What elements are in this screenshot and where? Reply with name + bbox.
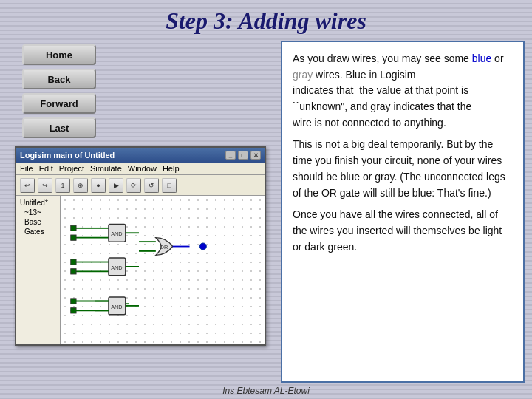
circuit-canvas[interactable]: AND AND (61, 196, 265, 344)
svg-text:AND: AND (111, 304, 122, 310)
toolbar-btn-6[interactable]: ▶ (109, 178, 123, 193)
nav-buttons: Home Back Forward Last (7, 41, 273, 142)
svg-rect-18 (71, 225, 76, 231)
right-panel: As you draw wires, you may see some blue… (281, 41, 525, 383)
close-button[interactable]: ✕ (250, 151, 261, 160)
back-button[interactable]: Back (22, 69, 96, 89)
menu-window[interactable]: Window (128, 164, 157, 173)
svg-rect-19 (71, 235, 76, 240)
window-controls: _ □ ✕ (225, 151, 261, 160)
home-button[interactable]: Home (22, 44, 96, 65)
left-panel: Home Back Forward Last Logisim main of U… (7, 41, 273, 383)
toolbar-btn-7[interactable]: ⟳ (126, 178, 141, 193)
window-toolbar: ↩ ↪ 1 ⊕ ● ▶ ⟳ ↺ □ (16, 175, 265, 196)
title-area: Step 3: Adding wires (0, 0, 532, 41)
toolbar-btn-8[interactable]: ↺ (144, 178, 159, 193)
window-menubar: File Edit Project Simulate Window Help (16, 163, 265, 175)
toolbar-btn-2[interactable]: ↪ (38, 178, 52, 193)
logisim-window: Logisim main of Untitled _ □ ✕ File Edit… (15, 146, 266, 346)
page-title: Step 3: Adding wires (0, 7, 532, 35)
window-body: Untitled* ~13~ Base Gates (16, 196, 265, 344)
forward-button[interactable]: Forward (22, 93, 96, 114)
sidebar-sub[interactable]: ~13~ (18, 208, 58, 217)
menu-file[interactable]: File (20, 164, 33, 173)
paragraph-2: This is not a big deal temporarily. But … (293, 137, 513, 201)
window-sidebar: Untitled* ~13~ Base Gates (16, 196, 61, 344)
menu-project[interactable]: Project (59, 164, 84, 173)
toolbar-btn-5[interactable]: ● (91, 178, 106, 193)
paragraph-3: Once you have all the wires connected, a… (293, 207, 513, 255)
svg-rect-21 (71, 269, 76, 274)
sidebar-base[interactable]: Base (18, 217, 58, 227)
circuit-diagram: AND AND (61, 196, 265, 344)
sidebar-gates[interactable]: Gates (18, 227, 58, 236)
svg-point-32 (200, 243, 206, 250)
toolbar-btn-1[interactable]: ↩ (20, 178, 35, 193)
menu-edit[interactable]: Edit (39, 164, 53, 173)
svg-text:AND: AND (111, 265, 122, 271)
toolbar-btn-3[interactable]: 1 (55, 178, 70, 193)
menu-help[interactable]: Help (163, 164, 180, 173)
footer: Ins Ebtesam AL-Etowi (0, 383, 532, 399)
toolbar-btn-9[interactable]: □ (162, 178, 177, 193)
svg-text:AND: AND (111, 231, 122, 237)
text-gray: gray (293, 69, 313, 81)
text-as-you: As you draw wires, you may see some (293, 52, 472, 64)
svg-text:OR: OR (160, 244, 168, 250)
text-wires-blue: wires. Blue in Logisimindicates that the… (293, 69, 471, 129)
menu-simulate[interactable]: Simulate (90, 164, 122, 173)
text-blue: blue (472, 52, 491, 64)
restore-button[interactable]: □ (238, 151, 248, 160)
sidebar-untitled[interactable]: Untitled* (18, 198, 58, 208)
window-titlebar: Logisim main of Untitled _ □ ✕ (16, 148, 265, 163)
footer-text: Ins Ebtesam AL-Etowi (222, 386, 310, 396)
last-button[interactable]: Last (22, 117, 96, 138)
paragraph-1: As you draw wires, you may see some blue… (293, 51, 513, 131)
toolbar-btn-4[interactable]: ⊕ (73, 178, 88, 193)
main-content: Home Back Forward Last Logisim main of U… (0, 41, 532, 383)
svg-rect-20 (71, 259, 76, 265)
minimize-button[interactable]: _ (225, 151, 236, 160)
window-title: Logisim main of Untitled (20, 151, 115, 160)
text-or: or (491, 52, 503, 64)
